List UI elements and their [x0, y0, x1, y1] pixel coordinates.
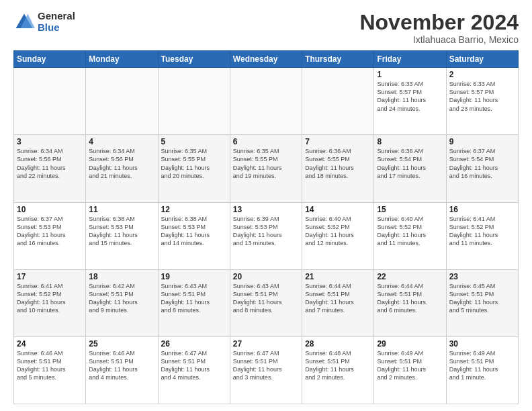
day-number: 20 [233, 272, 299, 281]
calendar-cell: 6Sunrise: 6:35 AM Sunset: 5:55 PM Daylig… [230, 135, 302, 202]
calendar-cell: 30Sunrise: 6:49 AM Sunset: 5:51 PM Dayli… [446, 336, 518, 404]
day-number: 22 [377, 272, 443, 281]
day-number: 1 [377, 70, 443, 79]
calendar-header-row: SundayMondayTuesdayWednesdayThursdayFrid… [14, 51, 519, 68]
calendar-day-header: Monday [86, 51, 158, 68]
calendar-cell: 28Sunrise: 6:48 AM Sunset: 5:51 PM Dayli… [302, 336, 374, 404]
calendar-cell: 20Sunrise: 6:43 AM Sunset: 5:51 PM Dayli… [230, 269, 302, 336]
day-info: Sunrise: 6:36 AM Sunset: 5:54 PM Dayligh… [377, 147, 443, 180]
day-number: 2 [449, 70, 515, 79]
calendar-cell: 12Sunrise: 6:38 AM Sunset: 5:53 PM Dayli… [158, 202, 230, 269]
day-info: Sunrise: 6:48 AM Sunset: 5:51 PM Dayligh… [305, 349, 371, 382]
day-number: 9 [449, 137, 515, 146]
day-number: 11 [89, 205, 154, 214]
day-info: Sunrise: 6:40 AM Sunset: 5:52 PM Dayligh… [305, 215, 371, 248]
day-number: 8 [377, 137, 443, 146]
day-number: 14 [305, 205, 371, 214]
calendar-cell: 7Sunrise: 6:36 AM Sunset: 5:55 PM Daylig… [302, 135, 374, 202]
day-number: 29 [377, 339, 443, 349]
day-number: 18 [89, 272, 154, 281]
day-number: 6 [233, 137, 299, 146]
day-info: Sunrise: 6:45 AM Sunset: 5:51 PM Dayligh… [449, 282, 515, 315]
calendar-cell [14, 68, 86, 135]
calendar-cell: 3Sunrise: 6:34 AM Sunset: 5:56 PM Daylig… [14, 135, 86, 202]
calendar-cell: 27Sunrise: 6:47 AM Sunset: 5:51 PM Dayli… [230, 336, 302, 404]
day-info: Sunrise: 6:38 AM Sunset: 5:53 PM Dayligh… [89, 215, 154, 248]
calendar-cell: 1Sunrise: 6:33 AM Sunset: 5:57 PM Daylig… [374, 68, 446, 135]
day-number: 19 [161, 272, 227, 281]
calendar-cell: 24Sunrise: 6:46 AM Sunset: 5:51 PM Dayli… [14, 336, 86, 404]
logo-general: General [38, 11, 75, 22]
calendar-week-row: 17Sunrise: 6:41 AM Sunset: 5:52 PM Dayli… [14, 269, 519, 336]
day-number: 24 [17, 339, 83, 349]
day-number: 17 [17, 272, 83, 281]
day-info: Sunrise: 6:43 AM Sunset: 5:51 PM Dayligh… [233, 282, 299, 315]
day-info: Sunrise: 6:47 AM Sunset: 5:51 PM Dayligh… [161, 349, 227, 382]
calendar-cell: 18Sunrise: 6:42 AM Sunset: 5:51 PM Dayli… [86, 269, 158, 336]
calendar-cell: 26Sunrise: 6:47 AM Sunset: 5:51 PM Dayli… [158, 336, 230, 404]
day-info: Sunrise: 6:44 AM Sunset: 5:51 PM Dayligh… [305, 282, 371, 315]
calendar-cell: 5Sunrise: 6:35 AM Sunset: 5:55 PM Daylig… [158, 135, 230, 202]
day-info: Sunrise: 6:35 AM Sunset: 5:55 PM Dayligh… [233, 147, 299, 180]
calendar-day-header: Friday [374, 51, 446, 68]
calendar-cell [86, 68, 158, 135]
calendar-cell: 23Sunrise: 6:45 AM Sunset: 5:51 PM Dayli… [446, 269, 518, 336]
calendar-cell: 15Sunrise: 6:40 AM Sunset: 5:52 PM Dayli… [374, 202, 446, 269]
day-number: 7 [305, 137, 371, 146]
day-info: Sunrise: 6:33 AM Sunset: 5:57 PM Dayligh… [377, 80, 443, 113]
day-info: Sunrise: 6:49 AM Sunset: 5:51 PM Dayligh… [377, 349, 443, 382]
logo-text: General Blue [38, 11, 75, 33]
calendar-cell: 9Sunrise: 6:37 AM Sunset: 5:54 PM Daylig… [446, 135, 518, 202]
day-number: 25 [89, 339, 154, 349]
day-number: 27 [233, 339, 299, 349]
logo-icon [13, 11, 35, 33]
day-info: Sunrise: 6:36 AM Sunset: 5:55 PM Dayligh… [305, 147, 371, 180]
day-info: Sunrise: 6:46 AM Sunset: 5:51 PM Dayligh… [17, 349, 83, 382]
day-info: Sunrise: 6:44 AM Sunset: 5:51 PM Dayligh… [377, 282, 443, 315]
day-info: Sunrise: 6:42 AM Sunset: 5:51 PM Dayligh… [89, 282, 154, 315]
calendar-cell [158, 68, 230, 135]
calendar-cell: 16Sunrise: 6:41 AM Sunset: 5:52 PM Dayli… [446, 202, 518, 269]
calendar-cell: 11Sunrise: 6:38 AM Sunset: 5:53 PM Dayli… [86, 202, 158, 269]
day-info: Sunrise: 6:37 AM Sunset: 5:53 PM Dayligh… [17, 215, 83, 248]
day-info: Sunrise: 6:37 AM Sunset: 5:54 PM Dayligh… [449, 147, 515, 180]
day-number: 4 [89, 137, 154, 146]
day-info: Sunrise: 6:40 AM Sunset: 5:52 PM Dayligh… [377, 215, 443, 248]
calendar-cell: 17Sunrise: 6:41 AM Sunset: 5:52 PM Dayli… [14, 269, 86, 336]
day-info: Sunrise: 6:35 AM Sunset: 5:55 PM Dayligh… [161, 147, 227, 180]
day-info: Sunrise: 6:34 AM Sunset: 5:56 PM Dayligh… [89, 147, 154, 180]
logo-blue: Blue [38, 22, 75, 34]
day-info: Sunrise: 6:41 AM Sunset: 5:52 PM Dayligh… [449, 215, 515, 248]
day-info: Sunrise: 6:49 AM Sunset: 5:51 PM Dayligh… [449, 349, 515, 382]
calendar-day-header: Wednesday [230, 51, 302, 68]
day-number: 30 [449, 339, 515, 349]
calendar-day-header: Sunday [14, 51, 86, 68]
day-info: Sunrise: 6:34 AM Sunset: 5:56 PM Dayligh… [17, 147, 83, 180]
day-number: 3 [17, 137, 83, 146]
calendar-cell: 13Sunrise: 6:39 AM Sunset: 5:53 PM Dayli… [230, 202, 302, 269]
calendar-table: SundayMondayTuesdayWednesdayThursdayFrid… [13, 50, 519, 404]
day-info: Sunrise: 6:38 AM Sunset: 5:53 PM Dayligh… [161, 215, 227, 248]
calendar-cell: 21Sunrise: 6:44 AM Sunset: 5:51 PM Dayli… [302, 269, 374, 336]
day-number: 16 [449, 205, 515, 214]
day-info: Sunrise: 6:33 AM Sunset: 5:57 PM Dayligh… [449, 80, 515, 113]
calendar-cell: 4Sunrise: 6:34 AM Sunset: 5:56 PM Daylig… [86, 135, 158, 202]
day-number: 10 [17, 205, 83, 214]
day-info: Sunrise: 6:47 AM Sunset: 5:51 PM Dayligh… [233, 349, 299, 382]
calendar-day-header: Tuesday [158, 51, 230, 68]
calendar-week-row: 10Sunrise: 6:37 AM Sunset: 5:53 PM Dayli… [14, 202, 519, 269]
subtitle: Ixtlahuaca Barrio, Mexico [359, 34, 519, 45]
calendar-cell: 14Sunrise: 6:40 AM Sunset: 5:52 PM Dayli… [302, 202, 374, 269]
page: General Blue November 2024 Ixtlahuaca Ba… [0, 0, 532, 411]
logo: General Blue [13, 11, 75, 33]
day-info: Sunrise: 6:41 AM Sunset: 5:52 PM Dayligh… [17, 282, 83, 315]
title-block: November 2024 Ixtlahuaca Barrio, Mexico [359, 11, 519, 45]
day-number: 26 [161, 339, 227, 349]
calendar-day-header: Saturday [446, 51, 518, 68]
day-number: 23 [449, 272, 515, 281]
calendar-cell: 22Sunrise: 6:44 AM Sunset: 5:51 PM Dayli… [374, 269, 446, 336]
day-number: 13 [233, 205, 299, 214]
calendar-cell: 2Sunrise: 6:33 AM Sunset: 5:57 PM Daylig… [446, 68, 518, 135]
day-info: Sunrise: 6:46 AM Sunset: 5:51 PM Dayligh… [89, 349, 154, 382]
day-number: 5 [161, 137, 227, 146]
